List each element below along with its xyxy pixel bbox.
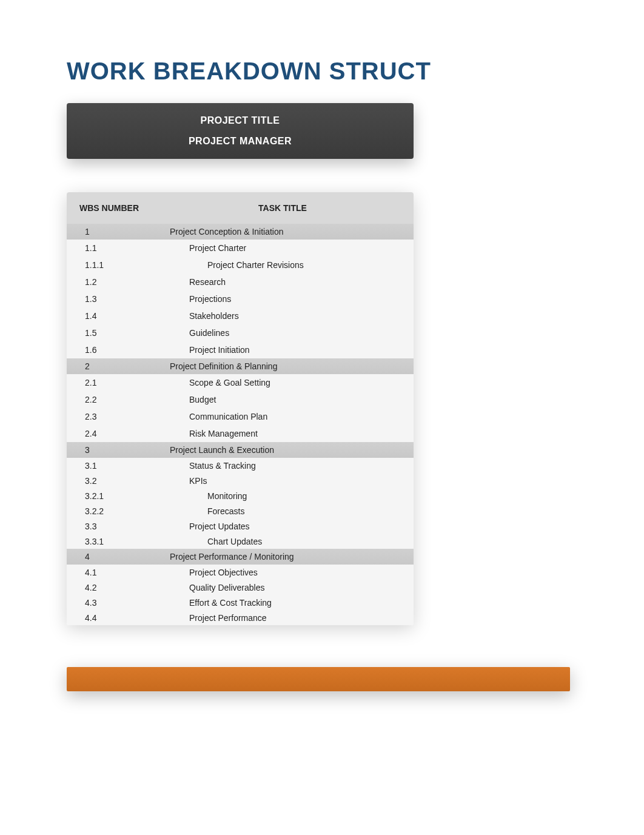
wbs-number: 3.1: [67, 458, 152, 473]
wbs-number: 1.4: [67, 309, 152, 323]
wbs-number: 1: [67, 224, 152, 239]
table-row: 2.1Scope & Goal Setting: [67, 374, 414, 391]
table-row: 1.4Stakeholders: [67, 307, 414, 324]
table-row: 1Project Conception & Initiation: [67, 224, 414, 240]
table-row: 2.2Budget: [67, 391, 414, 408]
task-title: Status & Tracking: [152, 458, 414, 473]
wbs-number: 2.2: [67, 392, 152, 407]
table-row: 4.2Quality Deliverables: [67, 580, 414, 595]
task-title: Effort & Cost Tracking: [152, 595, 414, 610]
wbs-number: 3: [67, 443, 152, 457]
task-title: Project Updates: [152, 519, 414, 534]
page-title: WORK BREAKDOWN STRUCT: [67, 58, 644, 85]
task-title: Guidelines: [152, 326, 414, 340]
table-row: 1.5Guidelines: [67, 324, 414, 341]
wbs-number: 1.3: [67, 292, 152, 306]
task-title: Project Conception & Initiation: [152, 224, 414, 239]
wbs-number: 4.2: [67, 580, 152, 595]
wbs-table: WBS NUMBER TASK TITLE 1Project Conceptio…: [67, 192, 414, 625]
task-title: Monitoring: [152, 489, 414, 503]
wbs-number: 2.4: [67, 426, 152, 441]
wbs-number: 2.1: [67, 375, 152, 390]
task-title: Project Performance: [152, 611, 414, 625]
task-title: Projections: [152, 292, 414, 306]
table-row: 3.2.1Monitoring: [67, 488, 414, 503]
table-row: 3.3.1Chart Updates: [67, 534, 414, 549]
wbs-number: 1.1: [67, 241, 152, 255]
table-row: 3.3Project Updates: [67, 518, 414, 534]
table-row: 4.1Project Objectives: [67, 565, 414, 580]
task-title: Chart Updates: [152, 534, 414, 549]
task-title: Budget: [152, 392, 414, 407]
task-title: Stakeholders: [152, 309, 414, 323]
wbs-number: 3.3.1: [67, 534, 152, 549]
task-title: Project Charter Revisions: [152, 258, 414, 272]
wbs-number: 3.3: [67, 519, 152, 534]
wbs-number: 1.1.1: [67, 258, 152, 272]
project-manager-label: PROJECT MANAGER: [67, 131, 414, 152]
table-row: 1.1Project Charter: [67, 240, 414, 257]
wbs-number: 3.2.1: [67, 489, 152, 503]
task-title: Scope & Goal Setting: [152, 375, 414, 390]
table-row: 3.2KPIs: [67, 473, 414, 488]
orange-footer-bar: [67, 667, 570, 691]
table-row: 3.1Status & Tracking: [67, 458, 414, 473]
project-title-label: PROJECT TITLE: [67, 110, 414, 131]
table-row: 2.4Risk Management: [67, 425, 414, 442]
task-title: Quality Deliverables: [152, 580, 414, 595]
column-header-title: TASK TITLE: [152, 192, 414, 224]
task-title: Communication Plan: [152, 409, 414, 424]
table-header-row: WBS NUMBER TASK TITLE: [67, 192, 414, 224]
table-row: 4.3Effort & Cost Tracking: [67, 595, 414, 610]
column-header-wbs: WBS NUMBER: [67, 192, 152, 224]
table-row: 1.1.1Project Charter Revisions: [67, 257, 414, 273]
table-row: 1.2Research: [67, 273, 414, 290]
wbs-number: 2.3: [67, 409, 152, 424]
wbs-number: 1.6: [67, 343, 152, 357]
wbs-number: 4.1: [67, 565, 152, 580]
wbs-number: 4: [67, 549, 152, 564]
task-title: Project Charter: [152, 241, 414, 255]
task-title: Project Launch & Execution: [152, 443, 414, 457]
wbs-number: 3.2.2: [67, 504, 152, 518]
table-row: 2.3Communication Plan: [67, 408, 414, 425]
project-header-box: PROJECT TITLE PROJECT MANAGER: [67, 103, 414, 159]
table-body: 1Project Conception & Initiation1.1Proje…: [67, 224, 414, 625]
table-row: 1.3Projections: [67, 290, 414, 307]
wbs-number: 1.2: [67, 275, 152, 289]
wbs-number: 1.5: [67, 326, 152, 340]
task-title: Project Performance / Monitoring: [152, 549, 414, 564]
wbs-number: 4.3: [67, 595, 152, 610]
task-title: Research: [152, 275, 414, 289]
wbs-number: 3.2: [67, 474, 152, 488]
task-title: Project Initiation: [152, 343, 414, 357]
task-title: KPIs: [152, 474, 414, 488]
task-title: Forecasts: [152, 504, 414, 518]
table-row: 3Project Launch & Execution: [67, 442, 414, 458]
wbs-number: 4.4: [67, 611, 152, 625]
task-title: Project Objectives: [152, 565, 414, 580]
table-row: 2Project Definition & Planning: [67, 358, 414, 374]
task-title: Risk Management: [152, 426, 414, 441]
table-row: 1.6Project Initiation: [67, 341, 414, 358]
table-row: 4Project Performance / Monitoring: [67, 549, 414, 565]
task-title: Project Definition & Planning: [152, 359, 414, 374]
table-row: 3.2.2Forecasts: [67, 503, 414, 518]
table-row: 4.4Project Performance: [67, 610, 414, 625]
wbs-number: 2: [67, 359, 152, 374]
